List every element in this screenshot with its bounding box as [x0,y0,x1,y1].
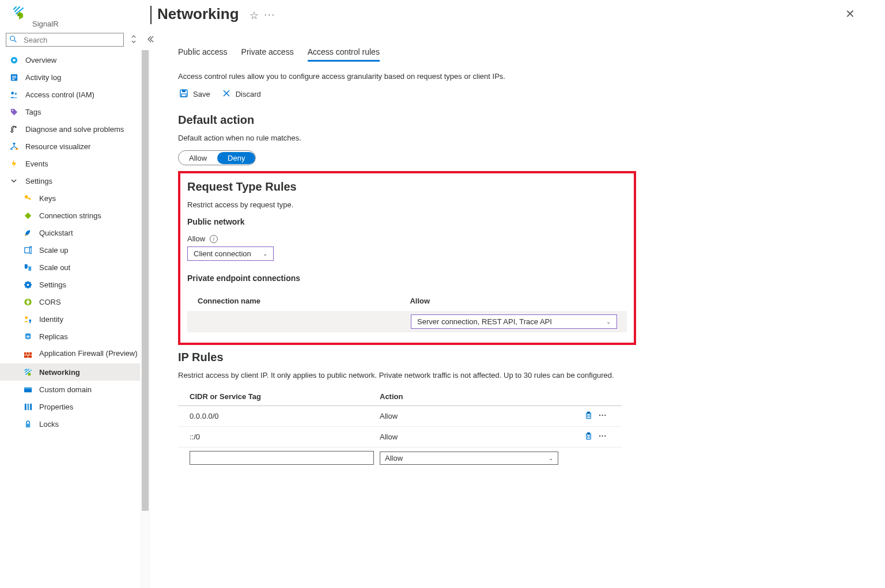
svg-rect-29 [29,321,31,323]
svg-rect-6 [12,75,16,76]
svg-rect-15 [16,148,18,150]
favorite-star-icon[interactable]: ☆ [249,9,259,22]
public-allow-dropdown[interactable]: Client connection ⌄ [187,246,274,261]
svg-rect-44 [182,90,186,92]
service-name: SignalR [32,20,59,28]
page-title: Networking [157,5,239,23]
sidebar-item-connection-strings[interactable]: Connection strings [0,207,150,224]
properties-icon [23,402,32,411]
new-cidr-input[interactable] [190,451,374,465]
quickstart-icon [23,228,32,237]
default-action-toggle[interactable]: Allow Deny [178,150,256,165]
sidebar-item-activity-log[interactable]: Activity log [0,69,150,86]
sidebar-item-locks[interactable]: Locks [0,415,150,433]
overview-icon [9,55,18,65]
pe-col-allow: Allow [410,297,617,305]
pe-table-header: Connection name Allow [187,291,627,311]
locks-icon [23,419,32,428]
sidebar-item-replicas[interactable]: Replicas [0,328,150,345]
info-icon[interactable]: i [210,235,218,243]
search-input[interactable] [6,33,124,47]
sidebar-item-scale-up[interactable]: Scale up [0,241,150,259]
more-rule-icon[interactable]: ··· [599,431,607,442]
ip-rule-row: 0.0.0.0/0 Allow ··· [178,406,622,427]
sidebar-item-custom-domain[interactable]: Custom domain [0,381,150,398]
discard-button[interactable]: Discard [222,89,261,100]
ip-action-value: Allow [380,433,564,441]
sidebar-item-identity[interactable]: Identity [0,310,150,328]
toggle-option-deny[interactable]: Deny [217,152,255,164]
new-action-dropdown[interactable]: Allow ⌄ [380,452,558,465]
ip-action-value: Allow [380,412,564,420]
sidebar-item-cors[interactable]: CORS [0,293,150,310]
ip-col-cidr: CIDR or Service Tag [178,392,380,401]
svg-point-27 [25,316,28,319]
svg-point-12 [14,126,16,128]
sidebar-item-settings[interactable]: Settings [0,276,150,293]
pe-col-connection-name: Connection name [198,297,410,305]
replicas-icon [23,332,32,341]
svg-rect-47 [587,434,591,439]
delete-rule-icon[interactable] [584,411,593,422]
header-separator [150,6,152,24]
main-content: Networking ☆ ··· ✕ Public access Private… [150,0,885,588]
tab-access-control-rules[interactable]: Access control rules [308,44,380,62]
sidebar-item-resource-visualizer[interactable]: Resource visualizer [0,138,150,155]
scale-up-icon [23,245,32,255]
svg-point-11 [12,109,13,111]
request-type-rules-highlight: Request Type Rules Restrict access by re… [178,171,636,345]
svg-rect-21 [28,266,31,271]
default-action-heading: Default action [178,113,857,127]
sidebar-item-events[interactable]: Events [0,155,150,172]
sidebar-item-properties[interactable]: Properties [0,398,150,415]
svg-line-2 [14,40,17,43]
svg-point-23 [27,283,29,286]
svg-rect-18 [29,199,31,200]
nav-list: Overview Activity log Access control (IA… [0,50,150,438]
more-actions-icon[interactable]: ··· [264,10,275,20]
gear-icon [23,280,32,289]
sidebar-search-row [0,33,150,50]
ip-cidr-value: 0.0.0.0/0 [178,412,380,420]
tab-private-access[interactable]: Private access [241,44,294,62]
ip-rule-row: ::/0 Allow ··· [178,427,622,447]
svg-rect-20 [24,264,27,268]
sidebar-item-scale-out[interactable]: Scale out [0,259,150,276]
svg-point-4 [13,59,16,62]
search-expand-icon[interactable] [128,35,139,45]
tab-description: Access control rules allow you to config… [178,72,857,81]
save-button[interactable]: Save [179,89,210,100]
svg-rect-26 [27,298,29,305]
sidebar-item-keys[interactable]: Keys [0,189,150,207]
sidebar-scrollbar[interactable] [140,50,150,588]
scale-out-icon [23,263,32,272]
chevron-down-icon: ⌄ [606,318,611,325]
svg-point-1 [10,36,15,41]
chevron-down-icon: ⌄ [263,251,267,257]
keys-icon [23,194,32,203]
svg-rect-14 [10,148,12,150]
svg-rect-13 [13,142,15,144]
toggle-option-allow[interactable]: Allow [179,152,217,164]
chevron-down-icon [9,176,18,185]
allow-label: Allow [187,234,205,243]
svg-rect-19 [24,247,29,252]
sidebar-item-diagnose[interactable]: Diagnose and solve problems [0,120,150,138]
close-blade-icon[interactable]: ✕ [845,7,855,21]
more-rule-icon[interactable]: ··· [599,411,607,422]
access-control-icon [9,90,18,99]
ip-rules-heading: IP Rules [178,351,857,364]
sidebar-item-app-firewall[interactable]: Application Firewall (Preview) [0,345,150,363]
tab-public-access[interactable]: Public access [178,44,228,62]
save-icon [179,89,188,100]
sidebar-group-settings[interactable]: Settings [0,172,150,189]
sidebar-item-quickstart[interactable]: Quickstart [0,224,150,241]
pe-allow-dropdown[interactable]: Server connection, REST API, Trace API ⌄ [411,314,617,329]
sidebar-item-access-control-iam[interactable]: Access control (IAM) [0,86,150,103]
ip-rules-table: CIDR or Service Tag Action 0.0.0.0/0 All… [178,388,622,469]
sidebar-item-tags[interactable]: Tags [0,103,150,120]
delete-rule-icon[interactable] [584,431,593,442]
sidebar-item-networking[interactable]: Networking [0,363,150,381]
networking-icon [23,367,32,377]
sidebar-item-overview[interactable]: Overview [0,51,150,69]
